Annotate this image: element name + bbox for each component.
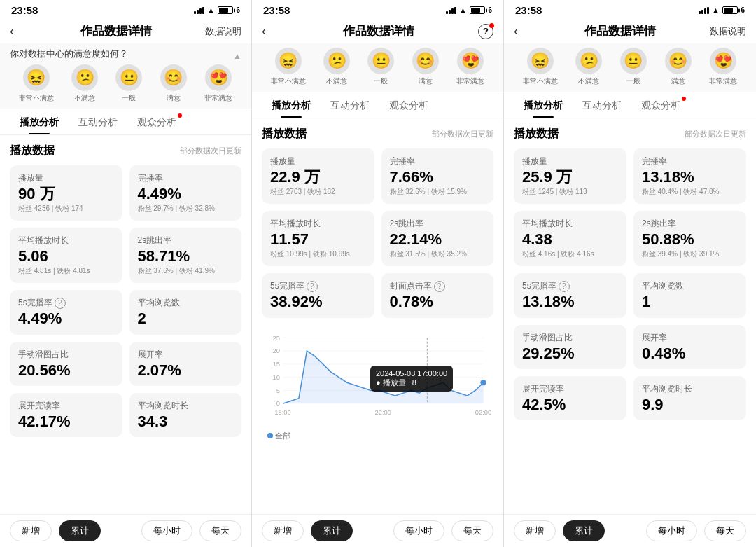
section-note: 部分数据次日更新 xyxy=(180,146,241,156)
info-icon[interactable]: ? xyxy=(434,281,445,292)
stat-card-1: 完播率 4.49% 粉丝 29.7% | 铁粉 32.8% xyxy=(130,165,242,221)
emoji-item[interactable]: 😕 不满意 xyxy=(71,64,98,103)
info-icon[interactable]: ? xyxy=(55,298,66,309)
stat-card-4: 5s完播率? 4.49% xyxy=(10,290,122,334)
emoji-item[interactable]: 😍 非常满意 xyxy=(456,48,484,86)
back-button[interactable]: ‹ xyxy=(262,24,279,39)
stat-card-3: 2s跳出率 50.88% 粉丝 39.4% | 铁粉 39.1% xyxy=(634,211,746,266)
stat-value-5: 2 xyxy=(138,310,234,327)
hourly-button[interactable]: 每小时 xyxy=(646,520,697,541)
status-bar: 23:58 ▲ 6 xyxy=(252,0,503,19)
back-button[interactable]: ‹ xyxy=(10,24,27,39)
emoji-row: 😖 非常不满意 😕 不满意 😐 一般 😊 满意 😍 非常满意 xyxy=(514,48,746,89)
stat-card-1: 完播率 7.66% 粉丝 32.6% | 铁粉 15.9% xyxy=(382,148,494,204)
new-data-button[interactable]: 新增 xyxy=(262,520,304,541)
stat-value-7: 2.07% xyxy=(138,362,234,379)
emoji-item[interactable]: 😍 非常满意 xyxy=(204,64,232,103)
status-time: 23:58 xyxy=(263,4,290,16)
svg-text:25: 25 xyxy=(272,334,279,341)
svg-text:18:00: 18:00 xyxy=(274,408,290,415)
emoji-item[interactable]: 😕 不满意 xyxy=(323,48,350,86)
stat-value-8: 42.17% xyxy=(18,413,114,430)
stats-grid: 播放量 22.9 万 粉丝 2703 | 铁粉 182 完播率 7.66% 粉丝… xyxy=(262,148,493,318)
emoji-item[interactable]: 😖 非常不满意 xyxy=(19,64,54,103)
stat-label-5: 平均浏览数 xyxy=(642,280,738,292)
emoji-item[interactable]: 😍 非常满意 xyxy=(709,48,737,86)
emoji-item[interactable]: 😊 满意 xyxy=(160,64,187,103)
stat-label-6: 手动滑图占比 xyxy=(522,332,618,344)
stat-card-2: 平均播放时长 5.06 粉丝 4.81s | 铁粉 4.81s xyxy=(10,228,122,283)
stat-card-0: 播放量 22.9 万 粉丝 2703 | 铁粉 182 xyxy=(262,148,374,204)
new-data-button[interactable]: 新增 xyxy=(10,520,52,541)
stat-card-4: 5s完播率? 38.92% xyxy=(262,273,374,317)
emoji-label: 非常不满意 xyxy=(523,76,558,86)
emoji-item[interactable]: 😊 满意 xyxy=(412,48,439,86)
emoji-item[interactable]: 😖 非常不满意 xyxy=(271,48,306,86)
emoji-face: 😕 xyxy=(71,64,98,91)
hourly-button[interactable]: 每小时 xyxy=(141,520,192,541)
emoji-label: 非常满意 xyxy=(456,76,484,86)
page-title: 作品数据详情 xyxy=(27,23,205,39)
emoji-item[interactable]: 😐 一般 xyxy=(115,64,142,103)
tab-2[interactable]: 观众分析 xyxy=(379,92,438,118)
tab-1[interactable]: 互动分析 xyxy=(321,92,379,118)
stat-value-1: 13.18% xyxy=(642,169,738,186)
cumulative-button[interactable]: 累计 xyxy=(311,520,353,541)
tab-bar: 播放分析 互动分析 观众分析 xyxy=(504,92,756,118)
emoji-label: 非常满意 xyxy=(709,76,737,86)
info-icon[interactable]: ? xyxy=(307,281,318,292)
help-icon[interactable]: ? xyxy=(478,24,493,39)
data-explanation-link[interactable]: 数据说明 xyxy=(710,25,746,38)
tab-2[interactable]: 观众分析 xyxy=(631,92,690,118)
tab-0[interactable]: 播放分析 xyxy=(514,92,573,118)
stat-value-3: 50.88% xyxy=(642,231,738,248)
stat-card-8: 展开完读率 42.17% xyxy=(10,393,122,437)
emoji-label: 满意 xyxy=(419,76,433,86)
daily-button[interactable]: 每天 xyxy=(704,520,746,541)
emoji-item[interactable]: 😊 满意 xyxy=(665,48,692,86)
stat-label-6: 手动滑图占比 xyxy=(18,349,114,361)
emoji-item[interactable]: 😐 一般 xyxy=(620,48,647,86)
emoji-row: 😖 非常不满意 😕 不满意 😐 一般 😊 满意 😍 非常满意 xyxy=(10,64,241,106)
daily-button[interactable]: 每天 xyxy=(451,520,493,541)
emoji-item[interactable]: 😐 一般 xyxy=(368,48,394,86)
stat-value-5: 1 xyxy=(642,293,738,310)
tab-1[interactable]: 互动分析 xyxy=(573,92,631,118)
hourly-button[interactable]: 每小时 xyxy=(393,520,444,541)
stat-label-2: 平均播放时长 xyxy=(18,235,114,247)
stat-label-3: 2s跳出率 xyxy=(138,235,234,247)
collapse-icon[interactable]: ▲ xyxy=(233,51,241,61)
section-title: 播放数据 xyxy=(262,127,307,141)
new-data-button[interactable]: 新增 xyxy=(514,520,556,541)
stat-label-0: 播放量 xyxy=(18,172,114,184)
svg-text:15: 15 xyxy=(272,361,279,368)
chart-area: 0510152025 18:0022:0002:00 2024-05-08 17… xyxy=(262,325,493,427)
daily-button[interactable]: 每天 xyxy=(200,520,241,541)
tab-1[interactable]: 互动分析 xyxy=(69,109,127,134)
info-icon[interactable]: ? xyxy=(559,281,570,292)
signal-icon xyxy=(194,7,204,14)
stat-label-4: 5s完播率? xyxy=(18,297,114,309)
stat-card-2: 平均播放时长 11.57 粉丝 10.99s | 铁粉 10.99s xyxy=(262,211,374,266)
stat-value-2: 5.06 xyxy=(18,248,114,265)
emoji-face: 😖 xyxy=(275,48,302,74)
stat-label-3: 2s跳出率 xyxy=(642,218,738,230)
stats-grid: 播放量 90 万 粉丝 4236 | 铁粉 174 完播率 4.49% 粉丝 2… xyxy=(10,165,241,437)
tab-0[interactable]: 播放分析 xyxy=(10,109,69,134)
tab-2[interactable]: 观众分析 xyxy=(127,109,186,134)
stat-card-9: 平均浏览时长 34.3 xyxy=(130,393,242,437)
tab-0[interactable]: 播放分析 xyxy=(262,92,321,118)
stat-label-7: 展开率 xyxy=(642,332,738,344)
cumulative-button[interactable]: 累计 xyxy=(59,520,101,541)
stat-card-7: 展开率 0.48% xyxy=(634,325,746,369)
stat-value-1: 4.49% xyxy=(138,186,234,202)
emoji-item[interactable]: 😕 不满意 xyxy=(575,48,602,86)
stat-label-5: 平均浏览数 xyxy=(138,297,234,309)
status-icons: ▲ 6 xyxy=(699,6,745,15)
data-explanation-link[interactable]: 数据说明 xyxy=(205,25,241,38)
back-button[interactable]: ‹ xyxy=(514,24,531,39)
emoji-item[interactable]: 😖 非常不满意 xyxy=(523,48,558,86)
stat-value-6: 29.25% xyxy=(522,345,618,362)
cumulative-button[interactable]: 累计 xyxy=(563,520,605,541)
satisfaction-section: 你对数据中心的满意度如何？ ▲ 😖 非常不满意 😕 不满意 😐 一般 😊 满意 … xyxy=(0,43,251,109)
